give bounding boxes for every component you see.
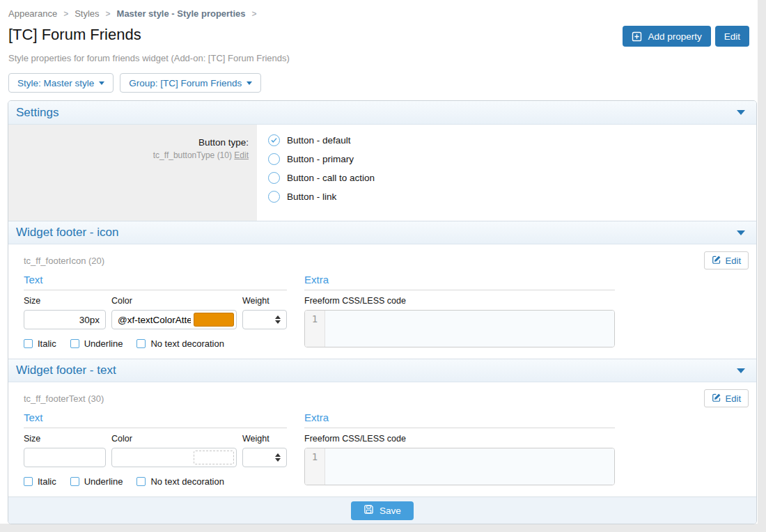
header-buttons: Add property Edit: [623, 26, 749, 47]
select-spinner-icon: [275, 453, 281, 462]
add-property-label: Add property: [648, 31, 701, 42]
chevron-down-icon[interactable]: [737, 110, 745, 115]
color-field: Color: [111, 434, 237, 467]
button-type-label-cell: Button type: tc_ff_buttonType (10) Edit: [8, 125, 257, 221]
color-swatch[interactable]: [194, 451, 234, 464]
italic-checkbox-item[interactable]: Italic: [24, 476, 56, 487]
extra-group: Extra Freeform CSS/LESS code 1: [304, 274, 615, 349]
widget-footer-icon-body: tc_ff_footerIcon (20) Edit Text Size: [8, 244, 756, 359]
radio-option-primary[interactable]: Button - primary: [268, 153, 745, 165]
breadcrumb-master-style[interactable]: Master style - Style properties: [117, 8, 246, 19]
add-property-button[interactable]: Add property: [623, 26, 710, 47]
size-label: Size: [24, 434, 106, 444]
checkbox-icon[interactable]: [136, 339, 146, 348]
extra-group: Extra Freeform CSS/LESS code 1: [304, 412, 615, 487]
editor-gutter: 1: [305, 311, 325, 347]
group-filter-label: Group: [TC] Forum Friends: [129, 78, 242, 88]
weight-label: Weight: [242, 434, 287, 444]
color-label: Color: [111, 296, 237, 306]
property-edit-button[interactable]: Edit: [704, 389, 749, 407]
button-type-label: Button type:: [17, 137, 249, 148]
radio-label: Button - primary: [287, 154, 354, 164]
no-text-decoration-checkbox-item[interactable]: No text decoration: [136, 476, 224, 487]
property-edit-button[interactable]: Edit: [704, 251, 749, 269]
color-swatch[interactable]: [194, 313, 234, 327]
save-button[interactable]: Save: [351, 501, 414, 520]
property-edit-label: Edit: [726, 393, 741, 404]
color-input[interactable]: [112, 449, 194, 466]
editor-gutter: 1: [305, 448, 325, 485]
checkbox-label: Underline: [84, 338, 123, 349]
checkbox-label: No text decoration: [150, 338, 224, 349]
breadcrumb-separator: >: [252, 9, 257, 19]
checkbox-label: Italic: [38, 338, 56, 349]
underline-checkbox-item[interactable]: Underline: [70, 338, 123, 349]
editor-code-area[interactable]: [325, 448, 614, 485]
italic-checkbox-item[interactable]: Italic: [24, 338, 56, 349]
color-input-group: [111, 448, 237, 467]
freeform-css-label: Freeform CSS/LESS code: [304, 434, 615, 444]
settings-row: Button type: tc_ff_buttonType (10) Edit …: [8, 125, 756, 221]
color-input[interactable]: [112, 311, 194, 328]
size-input[interactable]: [24, 310, 106, 329]
pencil-square-icon: [712, 393, 721, 405]
property-name: tc_ff_footerText (30): [16, 389, 104, 404]
radio-option-call-to-action[interactable]: Button - call to action: [268, 172, 745, 184]
settings-section-header[interactable]: Settings: [8, 101, 756, 125]
radio-icon[interactable]: [268, 134, 280, 146]
edit-button[interactable]: Edit: [715, 26, 749, 47]
widget-footer-text-section-header[interactable]: Widget footer - text: [8, 359, 756, 382]
breadcrumb-appearance[interactable]: Appearance: [8, 8, 57, 19]
checkbox-icon[interactable]: [136, 477, 146, 486]
caret-down-icon: [247, 81, 252, 85]
button-type-property-name: tc_ff_buttonType (10): [153, 150, 232, 160]
css-code-editor[interactable]: 1: [304, 310, 615, 347]
color-field: Color: [111, 296, 237, 329]
title-row: [TC] Forum Friends Add property Edit: [8, 24, 749, 47]
plus-square-icon: [632, 31, 642, 42]
editor-code-area[interactable]: [325, 311, 614, 347]
select-spinner-icon: [275, 315, 281, 324]
freeform-css-label: Freeform CSS/LESS code: [304, 296, 615, 306]
breadcrumb: Appearance > Styles > Master style - Sty…: [8, 8, 749, 19]
style-properties-form: Settings Button type: tc_ff_buttonType (…: [8, 100, 757, 524]
property-columns: Text Size Color: [16, 412, 749, 487]
text-decoration-checkboxes: Italic Underline No text decoration: [24, 476, 287, 487]
floppy-disk-icon: [364, 504, 374, 517]
property-meta-row: tc_ff_footerText (30) Edit: [16, 389, 749, 407]
property-meta-row: tc_ff_footerIcon (20) Edit: [16, 251, 749, 269]
breadcrumb-separator: >: [106, 9, 111, 19]
widget-footer-icon-section-header[interactable]: Widget footer - icon: [8, 221, 756, 244]
widget-footer-icon-title: Widget footer - icon: [16, 226, 118, 240]
size-input[interactable]: [24, 448, 106, 467]
widget-footer-text-title: Widget footer - text: [16, 363, 116, 377]
weight-select[interactable]: [242, 448, 287, 467]
weight-select[interactable]: [242, 310, 287, 329]
checkbox-icon[interactable]: [24, 339, 33, 348]
css-code-editor[interactable]: 1: [304, 448, 615, 485]
text-group: Text Size Color: [24, 274, 287, 349]
color-label: Color: [111, 434, 237, 444]
radio-option-default[interactable]: Button - default: [268, 134, 745, 146]
text-group-heading: Text: [24, 274, 287, 290]
chevron-down-icon[interactable]: [737, 368, 745, 373]
radio-icon[interactable]: [268, 191, 280, 203]
chevron-down-icon[interactable]: [737, 230, 745, 235]
no-text-decoration-checkbox-item[interactable]: No text decoration: [136, 338, 224, 349]
underline-checkbox-item[interactable]: Underline: [70, 476, 123, 487]
radio-icon[interactable]: [268, 172, 280, 184]
style-filter-dropdown[interactable]: Style: Master style: [8, 73, 114, 93]
radio-option-link[interactable]: Button - link: [268, 191, 745, 203]
edit-button-label: Edit: [724, 31, 740, 42]
checkbox-icon[interactable]: [24, 477, 33, 486]
radio-icon[interactable]: [268, 153, 280, 165]
button-type-options: Button - default Button - primary Button…: [257, 125, 756, 221]
checkbox-icon[interactable]: [70, 477, 79, 486]
group-filter-dropdown[interactable]: Group: [TC] Forum Friends: [120, 73, 261, 93]
size-field: Size: [24, 296, 106, 329]
color-input-group: [111, 310, 237, 329]
checkbox-icon[interactable]: [70, 339, 79, 348]
button-type-edit-link[interactable]: Edit: [234, 150, 249, 160]
pencil-square-icon: [712, 255, 721, 267]
breadcrumb-styles[interactable]: Styles: [75, 8, 99, 19]
